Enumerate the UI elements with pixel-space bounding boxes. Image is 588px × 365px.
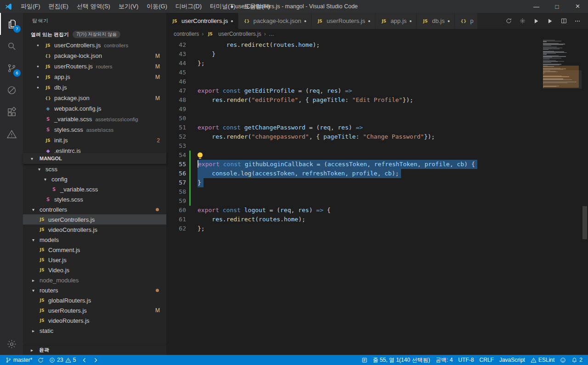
- code-line[interactable]: 46: [166, 77, 588, 86]
- activity-item-debug[interactable]: [0, 79, 23, 101]
- code-line[interactable]: 59: [166, 197, 588, 206]
- tree-item-videoControllers.js[interactable]: JSvideoControllers.js: [23, 225, 166, 235]
- menu-item-1[interactable]: 편집(E): [45, 0, 73, 13]
- open-editor-init.js[interactable]: ●JSinit.js2: [23, 135, 166, 146]
- status-language-mode[interactable]: JavaScript: [497, 355, 528, 365]
- status-notifications[interactable]: 2: [569, 355, 585, 365]
- code-line[interactable]: 44};: [166, 59, 588, 68]
- breadcrumb-item-1[interactable]: JSuserControllers.js: [206, 31, 261, 37]
- status-selection-mode[interactable]: [359, 355, 370, 365]
- open-editor-_variable.scss[interactable]: ●S_variable.scssassets\scss\config: [23, 114, 166, 124]
- scrollbar[interactable]: [582, 39, 588, 355]
- open-editor-userControllers.js[interactable]: ●JSuserControllers.jscontrollers: [23, 40, 166, 51]
- status-nav-back[interactable]: [79, 355, 90, 365]
- line-number[interactable]: 54: [166, 151, 186, 160]
- editor-action-gear[interactable]: [515, 13, 529, 29]
- line-number[interactable]: 51: [166, 123, 186, 132]
- open-editor-.eslintrc.js[interactable]: ●◆.eslintrc.js: [23, 146, 166, 153]
- code-line[interactable]: 57}: [166, 178, 588, 187]
- line-number[interactable]: 62: [166, 224, 186, 233]
- tab-db.js[interactable]: JSdb.js●: [417, 13, 455, 29]
- code-line[interactable]: 61 res.redirect(routes.home);: [166, 215, 588, 224]
- scrollbar-thumb[interactable]: [582, 206, 587, 239]
- line-number[interactable]: 52: [166, 132, 186, 141]
- code-line[interactable]: 54: [166, 151, 588, 160]
- code-line[interactable]: 42 res.redirect(routes.home);: [166, 40, 588, 50]
- open-editor-userRouters.js[interactable]: ●JSuserRouters.jsroutersM: [23, 61, 166, 72]
- code-line[interactable]: 43 }: [166, 50, 588, 59]
- line-number[interactable]: 60: [166, 206, 186, 215]
- editor-action-run[interactable]: [529, 13, 543, 29]
- tree-item-User.js[interactable]: JSUser.js: [23, 255, 166, 265]
- activity-item-extensions[interactable]: [0, 101, 23, 123]
- open-editor-styles.scss[interactable]: ●Sstyles.scssassets\scss: [23, 124, 166, 135]
- code-line[interactable]: 58: [166, 187, 588, 197]
- minimap[interactable]: [543, 40, 582, 355]
- status-cursor-position[interactable]: 줄 55, 열 1(140 선택됨): [370, 355, 433, 365]
- tree-item-styles.scss[interactable]: Sstyles.scss: [23, 194, 166, 204]
- tab-userControllers.js[interactable]: JSuserControllers.js●: [166, 13, 238, 29]
- menu-item-0[interactable]: 파일(F): [17, 0, 45, 13]
- open-editor-app.js[interactable]: ●JSapp.jsM: [23, 72, 166, 82]
- line-number[interactable]: 44: [166, 59, 186, 68]
- line-number[interactable]: 61: [166, 215, 186, 224]
- workspace-section-header[interactable]: ▾ MANGOL: [23, 153, 166, 164]
- open-editor-package.json[interactable]: ●{}package.jsonM: [23, 93, 166, 103]
- code-line[interactable]: 49: [166, 105, 588, 114]
- open-editors-header[interactable]: 열려 있는 편집기 7(가) 저장되지 않음: [23, 29, 166, 40]
- tab-package-lock.json[interactable]: {}package-lock.json●: [238, 13, 312, 29]
- code-line[interactable]: 50: [166, 114, 588, 123]
- tree-item-controllers[interactable]: ▾controllers: [23, 204, 166, 214]
- tree-item-models[interactable]: ▾models: [23, 235, 166, 245]
- status-feedback[interactable]: [557, 355, 569, 365]
- status-eslint[interactable]: ESLint: [528, 355, 557, 365]
- status-git-branch[interactable]: master*: [3, 355, 35, 365]
- tree-item-node_modules[interactable]: ▸node_modules: [23, 275, 166, 285]
- tree-item-Comment.js[interactable]: JSComment.js: [23, 245, 166, 255]
- code-line[interactable]: 60export const logout = (req, res) => {: [166, 206, 588, 215]
- line-number[interactable]: 43: [166, 50, 186, 59]
- code-line[interactable]: 47export const getEditProfile = (req, re…: [166, 86, 588, 95]
- activity-item-search[interactable]: [0, 35, 23, 57]
- status-sync[interactable]: [35, 355, 46, 365]
- status-problems[interactable]: 235: [46, 355, 79, 365]
- status-encoding[interactable]: UTF-8: [456, 355, 477, 365]
- tab-userRouters.js[interactable]: JSuserRouters.js●: [311, 13, 375, 29]
- line-number[interactable]: 48: [166, 95, 186, 105]
- editor-action-more[interactable]: [571, 13, 584, 29]
- line-number[interactable]: 50: [166, 114, 186, 123]
- tree-item-Video.js[interactable]: JSVideo.js: [23, 265, 166, 275]
- editor-action-run-alt[interactable]: [543, 13, 557, 29]
- minimap-slider[interactable]: [543, 70, 582, 89]
- breadcrumb-item-2[interactable]: …: [269, 31, 274, 37]
- activity-item-problems-warning[interactable]: [0, 123, 23, 145]
- close-button[interactable]: ×: [567, 0, 588, 13]
- line-number[interactable]: 42: [166, 40, 186, 50]
- menu-item-5[interactable]: 디버그(D): [171, 0, 206, 13]
- tab-p[interactable]: {}p: [455, 13, 478, 29]
- line-number[interactable]: 46: [166, 77, 186, 86]
- activity-item-source-control[interactable]: 6: [0, 57, 23, 79]
- tree-item-static[interactable]: ▸static: [23, 326, 166, 336]
- activity-item-settings[interactable]: [0, 333, 23, 355]
- line-number[interactable]: 49: [166, 105, 186, 114]
- tree-item-userRouters.js[interactable]: JSuserRouters.jsM: [23, 305, 166, 315]
- menu-item-2[interactable]: 선택 영역(S): [73, 0, 114, 13]
- open-editor-db.js[interactable]: ●JSdb.js: [23, 82, 166, 93]
- outline-section-header[interactable]: ▸ 윤곽: [23, 345, 166, 355]
- tree-item-videoRouters.js[interactable]: JSvideoRouters.js: [23, 315, 166, 326]
- status-indentation[interactable]: 공백: 4: [433, 355, 455, 365]
- code-line[interactable]: 51export const getChangePassword = (req,…: [166, 123, 588, 132]
- line-number[interactable]: 56: [166, 169, 186, 178]
- editor-action-sync[interactable]: [502, 13, 515, 29]
- code-line[interactable]: 45: [166, 68, 588, 77]
- code-line[interactable]: 56 console.log(accessToken, refreshToken…: [166, 169, 588, 178]
- status-nav-forward[interactable]: [90, 355, 102, 365]
- maximize-button[interactable]: □: [547, 0, 567, 13]
- tree-item-_variable.scss[interactable]: S_variable.scss: [23, 184, 166, 194]
- tree-item-scss[interactable]: ▾scss: [23, 164, 166, 174]
- tree-item-globalRouters.js[interactable]: JSglobalRouters.js: [23, 295, 166, 305]
- line-number[interactable]: 59: [166, 197, 186, 206]
- code-editor[interactable]: 42 res.redirect(routes.home);43 }44};454…: [166, 39, 588, 355]
- breadcrumb-item-0[interactable]: controllers: [174, 31, 199, 37]
